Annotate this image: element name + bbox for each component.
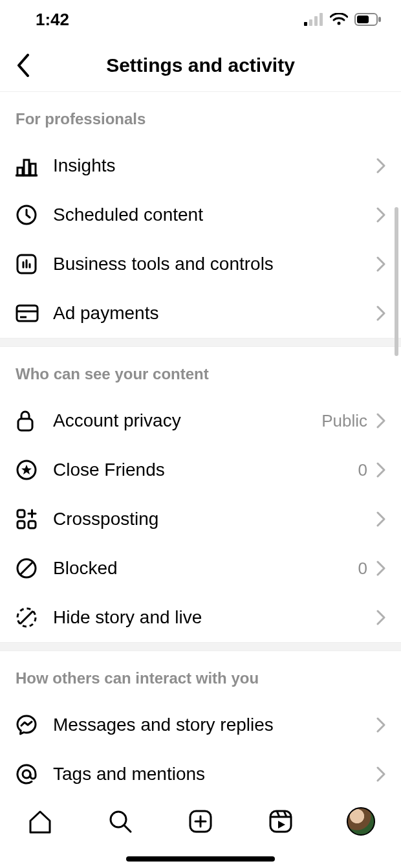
- row-tags[interactable]: Tags and mentions: [0, 750, 401, 790]
- svg-point-4: [338, 22, 341, 25]
- wifi-icon: [330, 13, 348, 26]
- row-value: Public: [321, 411, 367, 431]
- tab-search[interactable]: [97, 802, 144, 841]
- status-bar: 1:42: [0, 0, 401, 39]
- home-icon: [27, 808, 54, 835]
- page-header: Settings and activity: [0, 39, 401, 92]
- row-label: Ad payments: [53, 303, 376, 324]
- chevron-right-icon: [376, 717, 385, 733]
- svg-rect-9: [17, 168, 23, 175]
- chevron-right-icon: [376, 207, 385, 223]
- svg-rect-23: [17, 510, 25, 517]
- row-insights[interactable]: Insights: [0, 141, 401, 190]
- scroll-indicator: [395, 207, 398, 356]
- svg-rect-11: [30, 164, 36, 175]
- row-close-friends[interactable]: Close Friends 0: [0, 445, 401, 495]
- section-header-interact: How others can interact with you: [0, 651, 401, 700]
- messenger-icon: [16, 714, 38, 736]
- home-indicator: [126, 856, 275, 862]
- blocked-icon: [16, 557, 38, 579]
- row-label: Hide story and live: [53, 607, 376, 628]
- crossposting-icon: [16, 508, 38, 530]
- back-button[interactable]: [10, 52, 36, 78]
- svg-line-31: [20, 611, 33, 624]
- row-value: 0: [358, 460, 367, 480]
- svg-marker-22: [21, 465, 32, 474]
- row-value: 0: [358, 559, 367, 579]
- chevron-right-icon: [376, 766, 385, 782]
- svg-marker-42: [278, 821, 285, 829]
- row-label: Crossposting: [53, 509, 376, 529]
- row-scheduled-content[interactable]: Scheduled content: [0, 190, 401, 239]
- row-hide-story[interactable]: Hide story and live: [0, 593, 401, 642]
- row-label: Messages and story replies: [53, 715, 376, 735]
- insights-icon: [16, 155, 38, 177]
- clock-icon: [16, 204, 38, 226]
- tab-create[interactable]: [177, 802, 224, 841]
- tab-profile[interactable]: [338, 802, 384, 841]
- row-crossposting[interactable]: Crossposting: [0, 495, 401, 544]
- chevron-right-icon: [376, 158, 385, 173]
- chevron-right-icon: [376, 561, 385, 576]
- row-label: Business tools and controls: [53, 254, 376, 274]
- chevron-right-icon: [376, 306, 385, 321]
- profile-avatar-icon: [347, 807, 375, 836]
- row-ad-payments[interactable]: Ad payments: [0, 289, 401, 338]
- row-account-privacy[interactable]: Account privacy Public: [0, 396, 401, 445]
- settings-content: For professionals Insights Schedul: [0, 92, 401, 790]
- star-circle-icon: [16, 459, 38, 481]
- svg-rect-3: [320, 13, 323, 26]
- status-indicators: [304, 13, 382, 26]
- battery-icon: [354, 13, 382, 26]
- row-label: Blocked: [53, 558, 358, 579]
- svg-rect-38: [270, 811, 291, 832]
- svg-rect-6: [378, 17, 381, 22]
- svg-rect-7: [357, 16, 369, 23]
- svg-rect-17: [17, 306, 38, 321]
- section-divider: [0, 338, 401, 347]
- lock-icon: [16, 409, 35, 432]
- business-tools-icon: [16, 253, 38, 275]
- row-label: Insights: [53, 155, 376, 176]
- row-label: Tags and mentions: [53, 764, 376, 785]
- hide-story-icon: [16, 606, 38, 629]
- svg-rect-0: [304, 22, 307, 26]
- row-label: Account privacy: [53, 410, 321, 431]
- row-label: Close Friends: [53, 460, 358, 480]
- chevron-right-icon: [376, 462, 385, 478]
- search-icon: [107, 808, 134, 835]
- svg-line-34: [124, 825, 131, 832]
- row-blocked[interactable]: Blocked 0: [0, 544, 401, 593]
- row-label: Scheduled content: [53, 205, 376, 225]
- row-business-tools[interactable]: Business tools and controls: [0, 239, 401, 289]
- reels-icon: [267, 808, 294, 835]
- chevron-right-icon: [376, 511, 385, 527]
- svg-point-32: [23, 770, 30, 778]
- chevron-right-icon: [376, 610, 385, 625]
- svg-line-29: [20, 562, 33, 575]
- tab-home[interactable]: [17, 802, 63, 841]
- svg-rect-10: [24, 160, 29, 175]
- chevron-right-icon: [376, 256, 385, 272]
- chevron-right-icon: [376, 413, 385, 428]
- cellular-icon: [304, 13, 323, 26]
- page-title: Settings and activity: [0, 54, 401, 76]
- svg-rect-20: [18, 419, 32, 430]
- section-header-privacy: Who can see your content: [0, 347, 401, 396]
- section-header-professionals: For professionals: [0, 92, 401, 141]
- svg-rect-24: [17, 521, 25, 528]
- svg-rect-25: [28, 521, 36, 528]
- row-messages[interactable]: Messages and story replies: [0, 700, 401, 750]
- svg-rect-1: [309, 19, 312, 26]
- status-time: 1:42: [36, 10, 69, 30]
- section-divider: [0, 642, 401, 651]
- card-icon: [16, 304, 39, 322]
- mention-icon: [16, 763, 38, 785]
- svg-rect-2: [314, 16, 318, 26]
- tab-reels[interactable]: [257, 802, 304, 841]
- chevron-left-icon: [16, 54, 30, 77]
- create-icon: [187, 808, 214, 835]
